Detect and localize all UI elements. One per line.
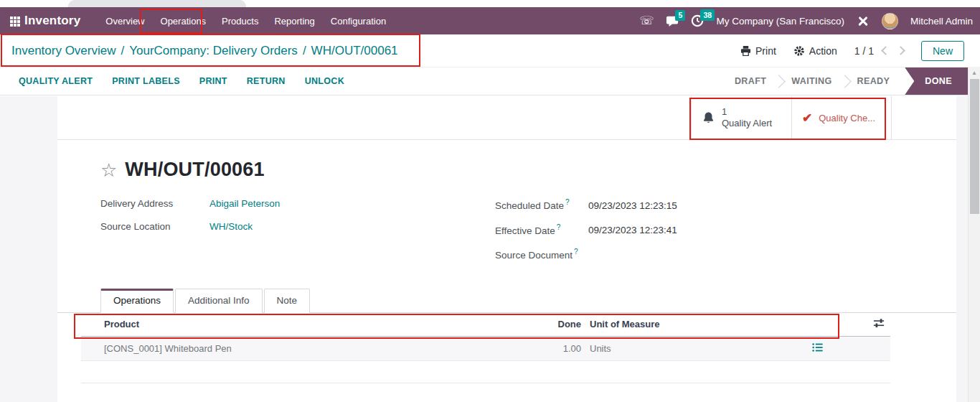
notebook-tabs: Operations Additional Info Note <box>57 289 956 313</box>
form-statusbar: QUALITY ALERT PRINT LABELS PRINT RETURN … <box>0 67 968 95</box>
menu-configuration[interactable]: Configuration <box>323 7 394 34</box>
table-row[interactable]: [CONS_0001] Whiteboard Pen 1.00 Units <box>81 337 890 361</box>
favorite-star-icon[interactable]: ☆ <box>100 161 117 179</box>
breadcrumb-current: WH/OUT/00061 <box>311 44 398 57</box>
stage-draft[interactable]: DRAFT <box>724 76 777 86</box>
source-location-value[interactable]: WH/Stock <box>209 221 253 232</box>
smart-button-text: 1 Quality Alert <box>722 106 772 130</box>
print-labels-button[interactable]: PRINT LABELS <box>112 76 180 86</box>
help-icon[interactable]: ? <box>557 223 561 231</box>
effective-date-value[interactable]: 09/23/2023 12:23:41 <box>588 225 677 235</box>
control-panel: Inventory Overview/YourCompany: Delivery… <box>0 34 980 67</box>
pager-next-icon[interactable] <box>896 46 905 55</box>
vertical-scrollbar[interactable]: ▲ <box>968 67 980 402</box>
scroll-up-icon[interactable]: ▲ <box>969 67 980 76</box>
stage-waiting[interactable]: WAITING <box>781 76 842 86</box>
smart-button-box: 1 Quality Alert ✔ Quality Che... <box>691 96 892 139</box>
phone-icon[interactable]: ☏ <box>639 15 654 27</box>
debug-tools-icon[interactable] <box>857 14 870 27</box>
stage-done-active[interactable]: DONE <box>905 67 968 95</box>
empty-row <box>81 361 890 383</box>
smart-button-row: 1 Quality Alert ✔ Quality Che... <box>57 96 956 140</box>
breadcrumb: Inventory Overview/YourCompany: Delivery… <box>11 44 398 58</box>
form-view: 1 Quality Alert ✔ Quality Che... ☆ WH/OU… <box>0 96 968 402</box>
delivery-address-value[interactable]: Abigail Peterson <box>209 198 280 209</box>
empty-row <box>81 383 890 402</box>
sliders-icon <box>873 319 885 328</box>
help-icon[interactable]: ? <box>574 248 578 256</box>
record-title: WH/OUT/00061 <box>125 159 264 181</box>
activities-badge: 38 <box>700 9 715 21</box>
status-pipeline: DRAFT WAITING READY DONE <box>724 67 968 95</box>
new-button[interactable]: New <box>921 41 964 61</box>
quality-check-label: Quality Che... <box>819 113 875 123</box>
scrollbar-thumb[interactable] <box>970 79 979 214</box>
pager-previous-icon[interactable] <box>881 46 890 55</box>
stage-ready[interactable]: READY <box>847 76 901 86</box>
form-sheet: 1 Quality Alert ✔ Quality Che... ☆ WH/OU… <box>57 96 956 402</box>
cell-uom[interactable]: Units <box>581 343 796 354</box>
browser-strip <box>0 0 980 7</box>
optional-columns-toggle[interactable] <box>839 319 890 330</box>
column-product[interactable]: Product <box>81 319 483 329</box>
menu-overview[interactable]: Overview <box>98 7 152 34</box>
menu-reporting[interactable]: Reporting <box>266 7 322 34</box>
action-button[interactable]: Action <box>793 45 837 57</box>
control-panel-buttons: Print Action 1 / 1 New <box>740 41 964 61</box>
field-groups: Delivery Address Abigail Peterson Source… <box>57 181 956 273</box>
systray: ☏ 5 38 My Company (San Francisco) Mitche… <box>639 13 980 29</box>
detailed-operations-button[interactable] <box>796 342 839 355</box>
print-header-button[interactable]: PRINT <box>199 76 227 86</box>
breadcrumb-link-delivery-orders[interactable]: YourCompany: Delivery Orders <box>129 44 298 57</box>
bell-icon <box>702 111 715 125</box>
operations-list: Product Done Unit of Measure [CONS_0001]… <box>81 313 890 402</box>
header-buttons: QUALITY ALERT PRINT LABELS PRINT RETURN … <box>0 76 344 86</box>
pager: 1 / 1 <box>854 45 904 57</box>
browser-tab[interactable] <box>68 0 246 7</box>
list-bullets-icon <box>812 342 823 352</box>
quality-alert-count: 1 <box>722 106 772 118</box>
help-icon[interactable]: ? <box>565 198 570 206</box>
quality-alert-button[interactable]: QUALITY ALERT <box>19 76 93 86</box>
column-done[interactable]: Done <box>483 319 581 329</box>
apps-grid-icon[interactable] <box>10 17 13 19</box>
menu-products[interactable]: Products <box>214 7 266 34</box>
source-document-label: Source Document? <box>495 248 588 261</box>
avatar[interactable] <box>882 13 898 29</box>
menu-operations[interactable]: Operations <box>153 7 215 34</box>
top-navbar: Inventory Overview Operations Products R… <box>0 7 980 34</box>
breadcrumb-link-overview[interactable]: Inventory Overview <box>11 44 116 57</box>
quality-check-smart-button[interactable]: ✔ Quality Che... <box>791 96 892 139</box>
quality-alert-label: Quality Alert <box>722 118 772 128</box>
cell-done[interactable]: 1.00 <box>483 343 581 354</box>
list-header: Product Done Unit of Measure <box>81 313 890 337</box>
cell-product[interactable]: [CONS_0001] Whiteboard Pen <box>81 343 483 354</box>
check-icon: ✔ <box>802 111 812 126</box>
messages-icon[interactable]: 5 <box>666 15 679 27</box>
tab-note[interactable]: Note <box>264 289 311 313</box>
delivery-address-label: Delivery Address <box>100 198 209 209</box>
tab-operations[interactable]: Operations <box>100 289 174 313</box>
scheduled-date-label: Scheduled Date? <box>495 198 588 211</box>
pager-value: 1 / 1 <box>854 45 874 57</box>
field-group-left: Delivery Address Abigail Peterson Source… <box>100 198 495 273</box>
quality-alert-smart-button[interactable]: 1 Quality Alert <box>691 96 791 139</box>
source-location-label: Source Location <box>100 221 209 232</box>
messages-badge: 5 <box>675 10 685 22</box>
unlock-button[interactable]: UNLOCK <box>305 76 344 86</box>
app-name[interactable]: Inventory <box>24 14 80 28</box>
activities-icon[interactable]: 38 <box>691 14 704 27</box>
title-row: ☆ WH/OUT/00061 <box>57 140 956 181</box>
printer-icon <box>740 46 751 56</box>
tab-additional-info[interactable]: Additional Info <box>175 289 263 313</box>
user-menu[interactable]: Mitchell Admin <box>910 16 973 27</box>
scheduled-date-value[interactable]: 09/23/2023 12:23:15 <box>588 200 677 211</box>
return-button[interactable]: RETURN <box>247 76 286 86</box>
column-uom[interactable]: Unit of Measure <box>581 319 796 329</box>
company-switcher[interactable]: My Company (San Francisco) <box>716 16 844 27</box>
app-menu: Overview Operations Products Reporting C… <box>98 7 394 34</box>
gear-icon <box>793 45 805 57</box>
field-group-right: Scheduled Date? 09/23/2023 12:23:15 Effe… <box>495 198 677 273</box>
effective-date-label: Effective Date? <box>495 223 588 236</box>
print-button[interactable]: Print <box>740 45 776 57</box>
